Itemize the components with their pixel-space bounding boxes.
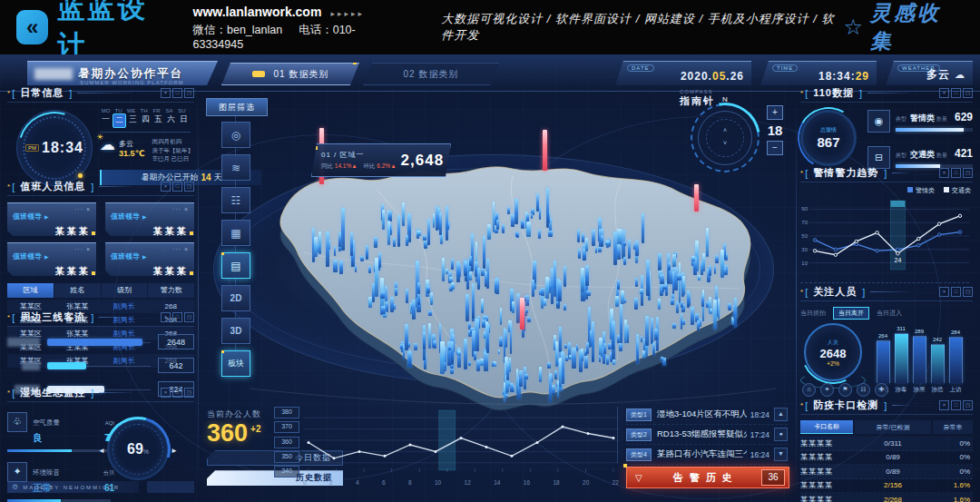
map-bar bbox=[701, 294, 704, 308]
lunar-calendar: 闰四月初四 庚子年【鼠年】 辛巳月 己巳日 bbox=[152, 137, 193, 163]
scroll-up-button[interactable]: ▲ bbox=[774, 408, 788, 421]
bar-label: 涉黑 bbox=[914, 386, 926, 394]
col-abnormal-rate[interactable]: 异常率 bbox=[933, 420, 973, 434]
map-bar bbox=[691, 256, 695, 261]
alert-history-button[interactable]: ▽ 告警历史 36 bbox=[626, 467, 789, 488]
checkpoint-row[interactable]: 某某某某2/1561.6% bbox=[800, 479, 973, 494]
website-link[interactable]: www.lanlanwork.com bbox=[193, 5, 322, 19]
map-bar bbox=[658, 253, 662, 271]
panel-window-icon[interactable]: □ bbox=[951, 287, 961, 297]
zoom-in-button[interactable]: + bbox=[767, 105, 783, 120]
plus-icon[interactable]: ✚ bbox=[875, 383, 888, 397]
star-icon[interactable]: ✦ bbox=[820, 383, 834, 397]
weather-segment: WEATHER 多云☁ bbox=[886, 61, 973, 85]
panel-expand-icon[interactable]: ◳ bbox=[963, 400, 973, 410]
panel-window-icon[interactable]: □ bbox=[951, 168, 961, 178]
alert-item[interactable]: 类型4某路口有小汽车连闯三个红灯16:24 bbox=[626, 445, 788, 465]
panel-window-icon[interactable]: □ bbox=[172, 88, 182, 98]
panel-expand-icon[interactable]: ◳ bbox=[963, 168, 973, 178]
map-bar bbox=[709, 265, 711, 277]
duty-leader-card[interactable]: 值班领导▶··· ×某某某 bbox=[7, 242, 96, 276]
checkpoint-row[interactable]: 某某某某0/3110% bbox=[800, 437, 973, 451]
scroll-dot[interactable]: ● bbox=[774, 428, 788, 441]
map-bar bbox=[676, 301, 679, 313]
arrow-left-icon[interactable]: ◄ bbox=[98, 447, 105, 455]
trend-point bbox=[958, 214, 961, 217]
tab-active-icon bbox=[252, 71, 265, 77]
block-mode-button[interactable]: 板块 bbox=[221, 350, 250, 377]
panel-window-icon[interactable]: □ bbox=[172, 312, 182, 322]
trend-point bbox=[937, 222, 940, 225]
panel-close-icon[interactable]: × bbox=[161, 88, 171, 98]
focus-bar-chart[interactable]: 264在逃311涉毒289涉黑242涉恐284上访 bbox=[877, 321, 969, 394]
camera-layer-button[interactable]: ◎ bbox=[221, 122, 250, 148]
panel-expand-icon[interactable]: ◳ bbox=[963, 88, 973, 98]
map-bar bbox=[617, 335, 620, 343]
scroll-down-button[interactable]: ▼ bbox=[774, 448, 788, 461]
building-layer-button[interactable]: ▦ bbox=[221, 220, 250, 246]
bar-value: 311 bbox=[897, 326, 906, 331]
panel-close-icon[interactable]: × bbox=[161, 182, 171, 192]
map-tooltip: 01 / 区域一 同比 14.1%▲ 环比 6.2%▲ 2,648 bbox=[311, 143, 451, 177]
panel-close-icon[interactable]: × bbox=[939, 168, 949, 178]
panel-window-icon[interactable]: □ bbox=[172, 388, 182, 398]
map-bar bbox=[504, 382, 506, 402]
office-line-chart[interactable] bbox=[303, 407, 619, 477]
trend-point bbox=[813, 250, 816, 252]
map-bar bbox=[496, 220, 500, 230]
checkpoint-row[interactable]: 某某某某2/2681.6% bbox=[800, 493, 973, 502]
col-checkpoint-name[interactable]: 卡口名称 bbox=[800, 420, 853, 434]
people-layer-button[interactable]: ☷ bbox=[221, 187, 250, 213]
flag-icon[interactable]: ⚑ bbox=[838, 383, 852, 397]
panel-expand-icon[interactable]: ◳ bbox=[184, 88, 194, 98]
panel-close-icon[interactable]: × bbox=[939, 287, 949, 297]
map-bar bbox=[623, 257, 627, 265]
view-3d-button[interactable]: 3D bbox=[221, 318, 250, 344]
map-bar bbox=[521, 220, 524, 228]
panel-close-icon[interactable]: × bbox=[161, 312, 171, 322]
panel-close-icon[interactable]: × bbox=[939, 88, 949, 98]
trend-chart[interactable]: 907050301024 bbox=[800, 197, 969, 279]
checkpoint-row[interactable]: 某某某某0/890% bbox=[800, 451, 973, 466]
arrow-right-icon[interactable]: ► bbox=[171, 447, 178, 455]
panel-close-icon[interactable]: × bbox=[161, 388, 171, 398]
panel-window-icon[interactable]: □ bbox=[172, 182, 182, 192]
map-bar bbox=[628, 240, 631, 259]
panel-expand-icon[interactable]: ◳ bbox=[184, 182, 194, 192]
chevron-down-icon: ˅ bbox=[723, 140, 727, 146]
view-2d-button[interactable]: 2D bbox=[221, 285, 250, 311]
panel-expand-icon[interactable]: ◳ bbox=[184, 388, 194, 398]
tab-data-category-2[interactable]: 02 数据类别 bbox=[363, 63, 499, 85]
map-bar bbox=[710, 309, 713, 315]
duty-leader-card[interactable]: 值班领导▶··· ×某某某 bbox=[105, 202, 194, 236]
tab-data-category-1[interactable]: 01 数据类别 bbox=[221, 63, 359, 85]
cloud-icon: ☁ bbox=[955, 69, 965, 80]
col-abnormal-checked[interactable]: 异常/已检测 bbox=[855, 420, 931, 434]
panel-expand-icon[interactable]: ◳ bbox=[963, 287, 973, 297]
zoom-out-button[interactable]: − bbox=[767, 141, 783, 155]
system-title-plate: 暑期办公协作平台 SUMMER WORKING PLATFORM bbox=[27, 61, 218, 85]
signal-layer-button[interactable]: ≋ bbox=[221, 154, 250, 181]
alert-item[interactable]: 类型1湿地3-104片区有不明人员闯入18:24 bbox=[626, 405, 788, 425]
map-bar bbox=[507, 207, 510, 214]
map-bar bbox=[408, 350, 410, 366]
tab-left-today[interactable]: 当日离开 bbox=[833, 307, 869, 320]
panel-window-icon[interactable]: □ bbox=[951, 88, 961, 98]
checkpoint-row[interactable]: 某某某某0/890% bbox=[800, 465, 973, 479]
map-bar bbox=[510, 383, 514, 392]
tab-captured-today[interactable]: 当日抓拍 bbox=[800, 309, 826, 318]
map-bar bbox=[592, 230, 594, 246]
map-bar bbox=[500, 308, 502, 325]
x-axis-label: 4 bbox=[356, 479, 359, 486]
inspiration-collect[interactable]: ☆ 灵感收集 bbox=[844, 0, 957, 55]
duty-leader-card[interactable]: 值班领导▶··· ×某某某 bbox=[7, 202, 96, 236]
chart-layer-button[interactable]: ▤ bbox=[221, 252, 250, 279]
home-icon[interactable]: ⌂ bbox=[802, 383, 816, 397]
alert-item[interactable]: 类型2RD13-53烟感报警疑似火灾17:24 bbox=[626, 425, 788, 445]
tab-entered-today[interactable]: 当日进入 bbox=[877, 309, 902, 318]
panel-window-icon[interactable]: □ bbox=[951, 400, 961, 410]
panel-close-icon[interactable]: × bbox=[939, 400, 949, 410]
person-icon[interactable]: ☷ bbox=[857, 383, 870, 397]
duty-leader-card[interactable]: 值班领导▶··· ×某某某 bbox=[105, 242, 194, 276]
panel-expand-icon[interactable]: ◳ bbox=[184, 312, 194, 322]
